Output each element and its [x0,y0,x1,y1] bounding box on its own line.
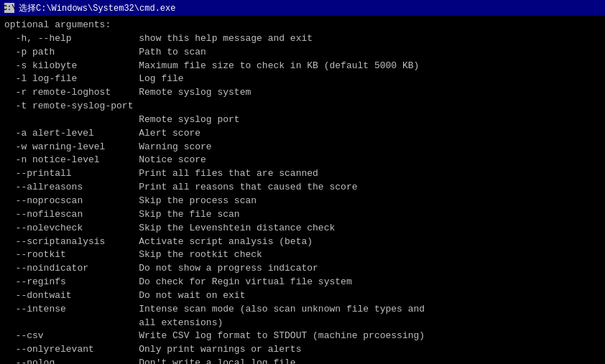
terminal-line: -p path Path to scan [4,46,601,60]
terminal-line: --allreasons Print all reasons that caus… [4,181,601,195]
terminal-line: -w warning-level Warning score [4,141,601,154]
terminal-line: Remote syslog port [4,113,601,127]
terminal-line: --noprocscan Skip the process scan [4,195,601,208]
terminal-line: --dontwait Do not wait on exit [4,289,601,303]
terminal-line: --onlyrelevant Only print warnings or al… [4,343,601,357]
cmd-icon: C:\ [4,3,14,13]
terminal-line: -l log-file Log file [4,73,601,86]
terminal-line: all extensions) [4,317,601,330]
terminal-line: --nolevcheck Skip the Levenshtein distan… [4,222,601,235]
terminal-line: -r remote-loghost Remote syslog system [4,86,601,100]
terminal-output: optional arguments: -h, --help show this… [0,16,605,364]
terminal-line: --intense Intense scan mode (also scan u… [4,303,601,317]
terminal-line: --printall Print all files that are scan… [4,167,601,181]
terminal-line: optional arguments: [4,19,601,32]
terminal-line: -a alert-level Alert score [4,127,601,141]
terminal-line: --csv Write CSV log format to STDOUT (ma… [4,330,601,343]
terminal-line: -h, --help show this help message and ex… [4,32,601,46]
terminal-line: -s kilobyte Maximum file size to check i… [4,60,601,73]
terminal-line: --reginfs Do check for Regin virtual fil… [4,276,601,289]
title-bar-text: 选择C:\Windows\System32\cmd.exe [19,2,175,14]
terminal-line: --nofilescan Skip the file scan [4,208,601,222]
terminal-line: --nolog Don't write a local log file [4,357,601,364]
terminal-line: -n notice-level Notice score [4,154,601,167]
terminal-line: --noindicator Do not show a progress ind… [4,262,601,276]
terminal-line: --scriptanalysis Activate script analysi… [4,235,601,249]
terminal-line: -t remote-syslog-port [4,100,601,113]
title-bar: C:\ 选择C:\Windows\System32\cmd.exe [0,0,605,16]
terminal-line: --rootkit Skip the rootkit check [4,248,601,262]
